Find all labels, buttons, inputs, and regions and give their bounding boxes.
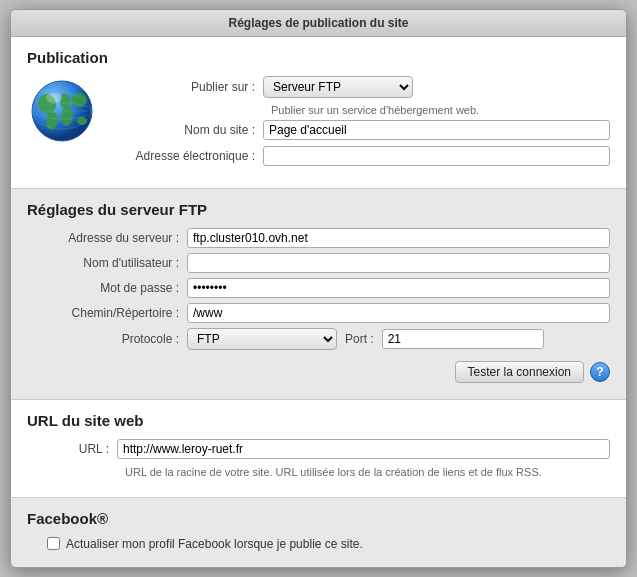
- publish-on-label: Publier sur :: [113, 80, 263, 94]
- ftp-fields: Adresse du serveur : Nom d'utilisateur :…: [27, 228, 610, 383]
- test-connection-button[interactable]: Tester la connexion: [455, 361, 584, 383]
- section-facebook: Facebook® Actualiser mon profil Facebook…: [11, 498, 626, 567]
- email-row: Adresse électronique :: [113, 146, 610, 166]
- test-row: Tester la connexion ?: [27, 361, 610, 383]
- section-ftp: Réglages du serveur FTP Adresse du serve…: [11, 189, 626, 400]
- publish-select[interactable]: Serveur FTP SFTP FTP avec SSL/TLS Dossie…: [263, 76, 413, 98]
- password-input[interactable]: [187, 278, 610, 298]
- help-button[interactable]: ?: [590, 362, 610, 382]
- publish-on-value: Serveur FTP SFTP FTP avec SSL/TLS Dossie…: [263, 76, 610, 98]
- password-row: Mot de passe :: [27, 278, 610, 298]
- facebook-checkbox[interactable]: [47, 537, 60, 550]
- username-input[interactable]: [187, 253, 610, 273]
- site-name-input[interactable]: [263, 120, 610, 140]
- url-input-wrap: [117, 439, 610, 459]
- publication-fields: Publier sur : Serveur FTP SFTP FTP avec …: [113, 76, 610, 172]
- email-input[interactable]: [263, 146, 610, 166]
- section-publication: Publication: [11, 37, 626, 189]
- path-input-wrap: [187, 303, 610, 323]
- password-label: Mot de passe :: [27, 281, 187, 295]
- main-window: Réglages de publication du site Publicat…: [10, 9, 627, 567]
- window-title: Réglages de publication du site: [228, 16, 408, 30]
- protocol-select[interactable]: FTP SFTP FTP avec SSL/TLS: [187, 328, 337, 350]
- server-input-wrap: [187, 228, 610, 248]
- password-input-wrap: [187, 278, 610, 298]
- site-name-field: [263, 120, 610, 140]
- section-url: URL du site web URL : URL de la racine d…: [11, 400, 626, 497]
- server-input[interactable]: [187, 228, 610, 248]
- path-label: Chemin/Répertoire :: [27, 306, 187, 320]
- url-label: URL :: [27, 442, 117, 456]
- content-area: Publication: [11, 37, 626, 566]
- publication-inner: Publier sur : Serveur FTP SFTP FTP avec …: [27, 76, 610, 172]
- protocol-label: Protocole :: [27, 332, 187, 346]
- ftp-title: Réglages du serveur FTP: [27, 201, 610, 218]
- server-label: Adresse du serveur :: [27, 231, 187, 245]
- server-row: Adresse du serveur :: [27, 228, 610, 248]
- email-label: Adresse électronique :: [113, 149, 263, 163]
- username-input-wrap: [187, 253, 610, 273]
- site-name-row: Nom du site :: [113, 120, 610, 140]
- email-field-wrap: [263, 146, 610, 166]
- username-row: Nom d'utilisateur :: [27, 253, 610, 273]
- publish-on-row: Publier sur : Serveur FTP SFTP FTP avec …: [113, 76, 610, 98]
- facebook-title: Facebook®: [27, 510, 610, 527]
- facebook-checkbox-label: Actualiser mon profil Facebook lorsque j…: [66, 537, 363, 551]
- url-input[interactable]: [117, 439, 610, 459]
- title-bar: Réglages de publication du site: [11, 10, 626, 37]
- username-label: Nom d'utilisateur :: [27, 256, 187, 270]
- site-name-label: Nom du site :: [113, 123, 263, 137]
- url-title: URL du site web: [27, 412, 610, 429]
- publication-title: Publication: [27, 49, 610, 66]
- path-row: Chemin/Répertoire :: [27, 303, 610, 323]
- svg-point-11: [46, 93, 62, 103]
- port-label: Port :: [345, 332, 374, 346]
- path-input[interactable]: [187, 303, 610, 323]
- url-hint: URL de la racine de votre site. URL util…: [125, 465, 610, 480]
- url-field-row: URL :: [27, 439, 610, 459]
- facebook-check-row: Actualiser mon profil Facebook lorsque j…: [47, 537, 610, 551]
- publish-hint: Publier sur un service d'hébergement web…: [271, 104, 610, 116]
- globe-icon: [27, 76, 97, 146]
- protocol-inner: FTP SFTP FTP avec SSL/TLS Port :: [187, 328, 544, 350]
- port-input[interactable]: [382, 329, 544, 349]
- protocol-row: Protocole : FTP SFTP FTP avec SSL/TLS Po…: [27, 328, 610, 350]
